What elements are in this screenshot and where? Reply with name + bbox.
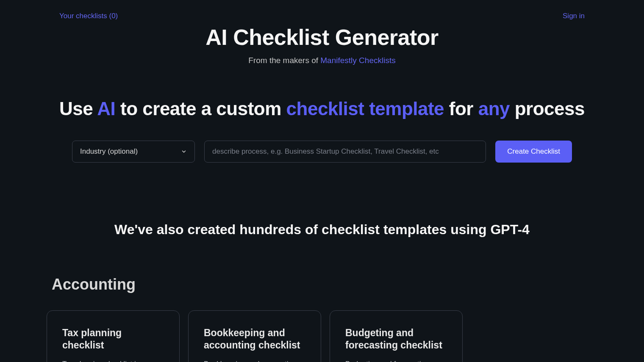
your-checklists-link[interactable]: Your checklists (0) (59, 12, 118, 20)
headline-text-4: process (510, 98, 585, 119)
templates-section-title: We've also created hundreds of checklist… (0, 222, 644, 238)
cards-row: Tax planning checklist Tax planning chec… (47, 310, 644, 362)
card-body: Bookkeeping and accounting checklists ar… (204, 359, 305, 362)
headline-accent-any: any (478, 98, 510, 119)
create-checklist-button[interactable]: Create Checklist (495, 141, 572, 163)
headline-text-2: to create a custom (115, 98, 286, 119)
template-card[interactable]: Budgeting and forecasting checklist Budg… (330, 310, 463, 362)
page-subtitle: From the makers of Manifestly Checklists (0, 56, 644, 65)
headline: Use AI to create a custom checklist temp… (0, 98, 644, 119)
headline-accent-template: checklist template (286, 98, 444, 119)
headline-text-3: for (444, 98, 478, 119)
industry-select-label: Industry (optional) (80, 147, 138, 156)
page-title: AI Checklist Generator (0, 25, 644, 50)
card-title: Bookkeeping and accounting checklist (204, 327, 305, 351)
card-title: Tax planning checklist (62, 327, 164, 351)
category-title: Accounting (52, 276, 644, 293)
template-card[interactable]: Tax planning checklist Tax planning chec… (47, 310, 180, 362)
template-card[interactable]: Bookkeeping and accounting checklist Boo… (188, 310, 321, 362)
manifestly-link[interactable]: Manifestly Checklists (320, 56, 395, 65)
headline-text-1: Use (59, 98, 97, 119)
process-input[interactable] (204, 141, 486, 163)
sign-in-link[interactable]: Sign in (563, 12, 585, 20)
subtitle-prefix: From the makers of (248, 56, 320, 65)
card-title: Budgeting and forecasting checklist (345, 327, 447, 351)
industry-select[interactable]: Industry (optional) (72, 141, 195, 163)
headline-accent-ai: AI (97, 98, 115, 119)
card-body: Tax planning checklist is important for … (62, 359, 164, 362)
chevron-down-icon (181, 149, 187, 155)
card-body: Budgeting and forecasting checklists are… (345, 359, 447, 362)
